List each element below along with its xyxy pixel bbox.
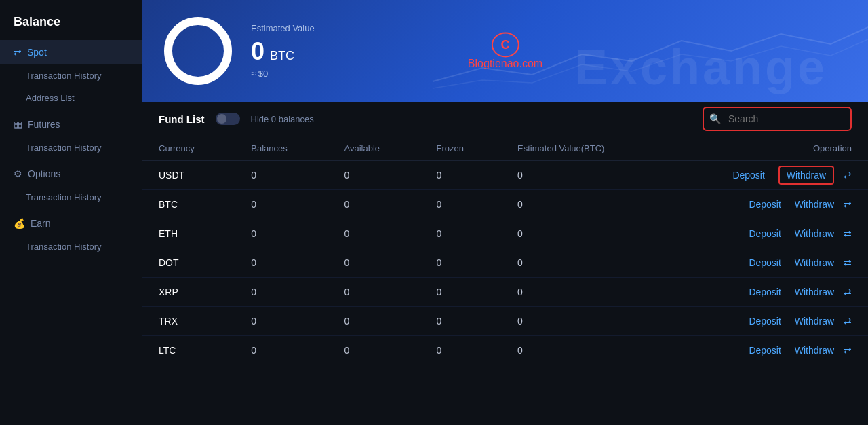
fund-section: Fund List Hide 0 balances 🔍 Currency Bal… [142,102,868,425]
sidebar-subitem-spot-address-list[interactable]: Address List [0,87,142,109]
sidebar-item-spot-label: Spot [27,47,47,58]
deposit-button-0[interactable]: Deposit [732,170,764,181]
deposit-button-6[interactable]: Deposit [749,345,781,356]
cell-frozen-4: 0 [420,278,501,307]
cell-operation-2: Deposit Withdraw ⇄ [663,219,868,248]
col-estimated: Estimated Value(BTC) [501,136,663,161]
spot-icon: ⇄ [14,47,22,58]
cell-operation-6: Deposit Withdraw ⇄ [663,336,868,365]
estimated-label: Estimated Value [251,23,315,33]
table-row: ETH 0 0 0 0 Deposit Withdraw ⇄ [142,219,868,248]
sidebar-section-earn: 💰 Earn Transaction History [0,211,142,258]
main-content: C Blogtienao.com Estimated Value 0 BTC ≈… [142,0,868,425]
cell-balances-3: 0 [235,248,328,278]
cell-currency-2: ETH [142,219,235,248]
transfer-button-6[interactable]: ⇄ [844,345,852,356]
col-available: Available [328,136,420,161]
cell-operation-3: Deposit Withdraw ⇄ [663,248,868,278]
sidebar-subitem-options-transaction-history[interactable]: Transaction History [0,186,142,208]
cell-operation-0: Deposit Withdraw ⇄ [663,161,868,190]
header-banner: C Blogtienao.com Estimated Value 0 BTC ≈… [142,0,868,102]
col-balances: Balances [235,136,328,161]
header-info: Estimated Value 0 BTC ≈ $0 [251,23,315,79]
sidebar-item-earn[interactable]: 💰 Earn [0,211,142,236]
table-row: DOT 0 0 0 0 Deposit Withdraw ⇄ [142,248,868,278]
cell-frozen-6: 0 [420,336,501,365]
hide-zero-label: Hide 0 balances [251,114,314,124]
sidebar-item-futures-label: Futures [28,119,60,130]
earn-icon: 💰 [14,218,25,229]
transfer-button-0[interactable]: ⇄ [844,170,852,181]
transfer-button-1[interactable]: ⇄ [844,199,852,210]
cell-available-3: 0 [328,248,420,278]
cell-estimated-5: 0 [501,307,663,336]
table-row: XRP 0 0 0 0 Deposit Withdraw ⇄ [142,278,868,307]
value-number: 0 [251,37,264,66]
cell-estimated-6: 0 [501,336,663,365]
sidebar-title: Balance [0,8,142,40]
transfer-button-2[interactable]: ⇄ [844,228,852,239]
cell-currency-6: LTC [142,336,235,365]
cell-available-5: 0 [328,307,420,336]
withdraw-button-3[interactable]: Withdraw [795,257,834,268]
deposit-button-4[interactable]: Deposit [749,287,781,297]
cell-operation-5: Deposit Withdraw ⇄ [663,307,868,336]
cell-available-6: 0 [328,336,420,365]
sidebar-subitem-earn-transaction-history[interactable]: Transaction History [0,236,142,258]
transfer-button-4[interactable]: ⇄ [844,287,852,297]
sidebar-item-spot[interactable]: ⇄ Spot [0,40,142,64]
estimated-value: 0 BTC [251,37,315,66]
value-currency: BTC [270,49,294,63]
sidebar-section-options: ⚙ Options Transaction History [0,162,142,208]
withdraw-button-2[interactable]: Withdraw [795,228,834,239]
table-row: TRX 0 0 0 0 Deposit Withdraw ⇄ [142,307,868,336]
deposit-button-2[interactable]: Deposit [749,228,781,239]
withdraw-button-1[interactable]: Withdraw [795,199,834,210]
transfer-button-3[interactable]: ⇄ [844,257,852,268]
fund-table: Currency Balances Available Frozen Estim… [142,136,868,365]
hide-zero-toggle[interactable] [216,113,240,125]
cell-estimated-0: 0 [501,161,663,190]
cell-operation-4: Deposit Withdraw ⇄ [663,278,868,307]
cell-frozen-0: 0 [420,161,501,190]
col-operation: Operation [663,136,868,161]
sidebar-item-options[interactable]: ⚙ Options [0,162,142,186]
withdraw-button-6[interactable]: Withdraw [795,345,834,356]
deposit-button-3[interactable]: Deposit [749,257,781,268]
cell-balances-5: 0 [235,307,328,336]
transfer-button-5[interactable]: ⇄ [844,316,852,327]
table-row: USDT 0 0 0 0 Deposit Withdraw ⇄ [142,161,868,190]
cell-balances-1: 0 [235,190,328,219]
sidebar-item-earn-label: Earn [31,218,51,229]
cell-currency-5: TRX [142,307,235,336]
deposit-button-5[interactable]: Deposit [749,316,781,327]
deposit-button-1[interactable]: Deposit [749,199,781,210]
sidebar: Balance ⇄ Spot Transaction History Addre… [0,0,142,425]
search-box-wrapper: 🔍 [703,107,852,131]
col-frozen: Frozen [420,136,501,161]
cell-currency-0: USDT [142,161,235,190]
sidebar-section-futures: ▦ Futures Transaction History [0,112,142,159]
withdraw-button-4[interactable]: Withdraw [795,287,834,297]
withdraw-button-0[interactable]: Withdraw [778,166,834,185]
cell-estimated-1: 0 [501,190,663,219]
balance-donut-chart [164,17,232,85]
cell-balances-6: 0 [235,336,328,365]
cell-balances-2: 0 [235,219,328,248]
watermark-c: C [491,33,519,58]
cell-available-1: 0 [328,190,420,219]
search-input[interactable] [703,107,852,131]
cell-available-0: 0 [328,161,420,190]
futures-icon: ▦ [14,119,22,130]
cell-balances-0: 0 [235,161,328,190]
withdraw-button-5[interactable]: Withdraw [795,316,834,327]
sidebar-subitem-spot-transaction-history[interactable]: Transaction History [0,64,142,87]
watermark-domain: Blogtienao.com [468,58,542,70]
table-row: BTC 0 0 0 0 Deposit Withdraw ⇄ [142,190,868,219]
fund-header: Fund List Hide 0 balances 🔍 [142,102,868,136]
cell-estimated-3: 0 [501,248,663,278]
table-row: LTC 0 0 0 0 Deposit Withdraw ⇄ [142,336,868,365]
sidebar-item-futures[interactable]: ▦ Futures [0,112,142,136]
cell-currency-3: DOT [142,248,235,278]
sidebar-subitem-futures-transaction-history[interactable]: Transaction History [0,136,142,159]
